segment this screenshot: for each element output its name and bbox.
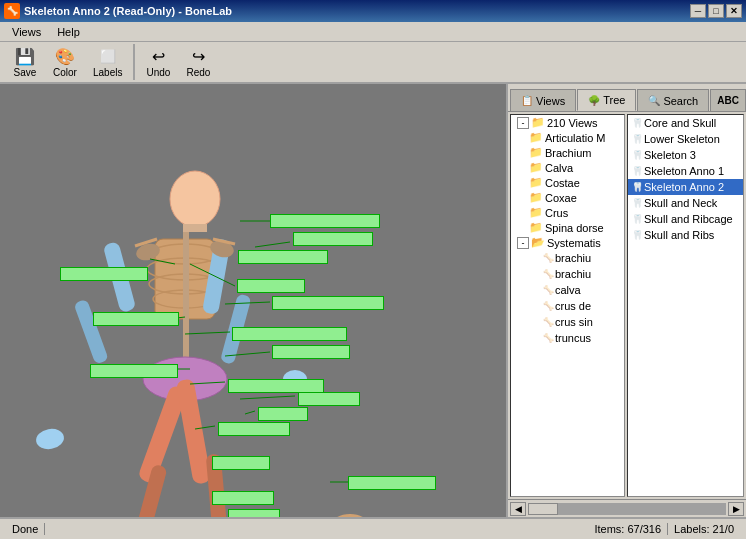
scroll-left-button[interactable]: ◀ <box>510 502 526 516</box>
view-item-1[interactable]: 🦷 Lower Skeleton <box>628 131 743 147</box>
label-tag <box>60 267 148 281</box>
view-item-7[interactable]: 🦷 Skull and Ribs <box>628 227 743 243</box>
label-tag <box>272 296 384 310</box>
tree-folder-label: Calva <box>545 162 573 174</box>
label-tag <box>293 232 373 246</box>
labels-icon: ⬜ <box>96 47 120 67</box>
menu-help[interactable]: Help <box>49 24 88 40</box>
tree-folder-costae[interactable]: 📁 Costae <box>511 175 624 190</box>
tree-folder-label: Articulatio M <box>545 132 606 144</box>
label-tag <box>232 327 347 341</box>
view-item-5[interactable]: 🦷 Skull and Neck <box>628 195 743 211</box>
tree-folder-systematis[interactable]: - 📂 Systematis <box>511 235 624 250</box>
menu-bar: Views Help <box>0 22 746 42</box>
restore-button[interactable]: □ <box>708 4 724 18</box>
view-item-0[interactable]: 🦷 Core and Skull <box>628 115 743 131</box>
tree-folder-label: Coxae <box>545 192 577 204</box>
tree-child-brachiu2[interactable]: 🦴 brachiu <box>511 266 624 282</box>
folder-icon: 📁 <box>529 146 543 159</box>
views-list-panel[interactable]: 🦷 Core and Skull 🦷 Lower Skeleton 🦷 Skel… <box>627 114 744 497</box>
save-label: Save <box>14 67 37 78</box>
tree-root-folder-icon: 📁 <box>531 116 545 129</box>
label-tag <box>237 279 305 293</box>
label-tag <box>258 407 308 421</box>
app-icon: 🦴 <box>4 3 20 19</box>
tree-folder-coxae[interactable]: 📁 Coxae <box>511 190 624 205</box>
view-item-4[interactable]: 🦷 Skeleton Anno 2 <box>628 179 743 195</box>
tree-child-label: truncus <box>555 332 591 344</box>
view-icon: 🦷 <box>630 180 644 194</box>
tree-folder-calva[interactable]: 📁 Calva <box>511 160 624 175</box>
view-item-label: Skull and Neck <box>644 197 717 209</box>
svg-point-1 <box>170 171 220 227</box>
labels-button[interactable]: ⬜ Labels <box>86 44 129 81</box>
tree-child-crussin[interactable]: 🦴 crus sin <box>511 314 624 330</box>
tree-child-truncus[interactable]: 🦴 truncus <box>511 330 624 346</box>
tree-root[interactable]: - 📁 210 Views <box>511 115 624 130</box>
tabs: 📋 Views 🌳 Tree 🔍 Search ABC ◀ ▶ <box>508 84 746 112</box>
tree-folder-brachium[interactable]: 📁 Brachium <box>511 145 624 160</box>
tree-root-expand[interactable]: - <box>517 117 529 129</box>
toolbar: 💾 Save 🎨 Color ⬜ Labels ↩ Undo ↪ Redo <box>0 42 746 84</box>
tree-tab-icon: 🌳 <box>588 95 600 106</box>
title-bar-text: 🦴 Skeleton Anno 2 (Read-Only) - BoneLab <box>4 3 232 19</box>
save-button[interactable]: 💾 Save <box>6 44 44 81</box>
label-tag <box>272 345 350 359</box>
tree-child-brachiu1[interactable]: 🦴 brachiu <box>511 250 624 266</box>
view-item-label: Skeleton Anno 1 <box>644 165 724 177</box>
label-tag <box>228 379 324 393</box>
label-tag <box>212 456 270 470</box>
status-done: Done <box>6 523 45 535</box>
tree-child-crusde[interactable]: 🦴 crus de <box>511 298 624 314</box>
minimize-button[interactable]: ─ <box>690 4 706 18</box>
tree-folder-articulatio[interactable]: 📁 Articulatio M <box>511 130 624 145</box>
search-tab-icon: 🔍 <box>648 95 660 106</box>
tab-abc[interactable]: ABC <box>710 89 746 111</box>
tree-systematis-expand[interactable]: - <box>517 237 529 249</box>
view-icon: 🦷 <box>630 228 644 242</box>
tree-folder-label: Brachium <box>545 147 591 159</box>
redo-button[interactable]: ↪ Redo <box>179 44 217 81</box>
tree-panel[interactable]: - 📁 210 Views 📁 Articulatio M 📁 Brachium <box>510 114 625 497</box>
tab-tree[interactable]: 🌳 Tree <box>577 89 636 111</box>
tree-child-label: calva <box>555 284 581 296</box>
tree-folder-spina[interactable]: 📁 Spina dorse <box>511 220 624 235</box>
tree-child-label: brachiu <box>555 252 591 264</box>
undo-button[interactable]: ↩ Undo <box>139 44 177 81</box>
skeleton-icon: 🦴 <box>541 299 555 313</box>
tab-views[interactable]: 📋 Views <box>510 89 576 111</box>
view-item-label: Skeleton 3 <box>644 149 696 161</box>
views-tab-icon: 📋 <box>521 95 533 106</box>
tree-folder-crus[interactable]: 📁 Crus <box>511 205 624 220</box>
label-tag <box>218 422 290 436</box>
tree-child-calva[interactable]: 🦴 calva <box>511 282 624 298</box>
label-tag <box>270 214 380 228</box>
view-item-3[interactable]: 🦷 Skeleton Anno 1 <box>628 163 743 179</box>
canvas-area[interactable] <box>0 84 506 517</box>
scrollbar-thumb[interactable] <box>528 503 558 515</box>
label-tag <box>212 491 274 505</box>
color-button[interactable]: 🎨 Color <box>46 44 84 81</box>
title-bar: 🦴 Skeleton Anno 2 (Read-Only) - BoneLab … <box>0 0 746 22</box>
view-item-label: Lower Skeleton <box>644 133 720 145</box>
view-item-2[interactable]: 🦷 Skeleton 3 <box>628 147 743 163</box>
menu-views[interactable]: Views <box>4 24 49 40</box>
tab-search[interactable]: 🔍 Search <box>637 89 709 111</box>
color-label: Color <box>53 67 77 78</box>
view-item-label: Skull and Ribcage <box>644 213 733 225</box>
skeleton-svg <box>0 84 490 517</box>
tab-tree-label: Tree <box>603 94 625 106</box>
scroll-right-button[interactable]: ▶ <box>728 502 744 516</box>
folder-icon: 📂 <box>531 236 545 249</box>
close-button[interactable]: ✕ <box>726 4 742 18</box>
skeleton-icon: 🦴 <box>541 283 555 297</box>
status-labels: Labels: 21/0 <box>668 523 740 535</box>
label-tag <box>93 312 179 326</box>
view-icon: 🦷 <box>630 196 644 210</box>
svg-rect-2 <box>183 224 207 232</box>
tree-folder-label: Spina dorse <box>545 222 604 234</box>
view-item-6[interactable]: 🦷 Skull and Ribcage <box>628 211 743 227</box>
label-tag <box>298 392 360 406</box>
window-title: Skeleton Anno 2 (Read-Only) - BoneLab <box>24 5 232 17</box>
scrollbar-track[interactable] <box>528 503 726 515</box>
